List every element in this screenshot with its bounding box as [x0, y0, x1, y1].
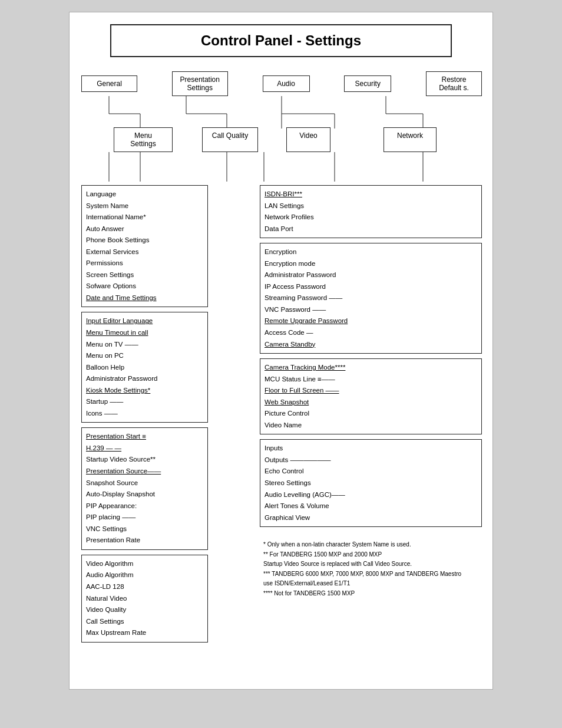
item-camera-standby: Camera Standby	[265, 339, 477, 351]
right-column: ISDN-BRI*** LAN Settings Network Profile…	[260, 185, 482, 598]
item-vnc-pass: VNC Password ——	[265, 304, 477, 316]
page-title: Control Panel - Settings	[110, 24, 452, 57]
item-web-snapshot: Web Snapshot	[265, 397, 477, 409]
item-icons: Icons ——	[86, 408, 203, 420]
item-aac-ld: AAC-LD 128	[86, 581, 203, 593]
audio-content-box: Inputs Outputs —————— Echo Control Stere…	[260, 439, 482, 527]
item-max-upstream: Max Upstream Rate	[86, 627, 203, 639]
item-camera-tracking: Camera Tracking Mode****	[265, 362, 477, 374]
item-video-quality: Video Quality	[86, 604, 203, 616]
item-intl-name: International Name*	[86, 212, 203, 223]
footnote-6: **** Not for TANDBERG 1500 MXP	[263, 589, 482, 599]
video-content-box: Camera Tracking Mode**** MCU Status Line…	[260, 358, 482, 434]
item-balloon-help: Balloon Help	[86, 362, 203, 374]
item-menu-pc: Menu on PC	[86, 350, 203, 362]
left-column: Language System Name International Name*…	[81, 185, 208, 643]
item-admin-password: Administrator Password	[265, 269, 477, 281]
item-access-code: Access Code —	[265, 327, 477, 339]
item-startup: Startup ——	[86, 396, 203, 408]
item-system-name: System Name	[86, 200, 203, 212]
presentation-content-box: Presentation Start ≡ H.239 — — Startup V…	[81, 427, 208, 549]
item-pres-rate: Presentation Rate	[86, 535, 203, 546]
item-outputs: Outputs ——————	[265, 454, 477, 466]
item-video-algo: Video Algorithm	[86, 558, 203, 570]
item-natural-video: Natural Video	[86, 593, 203, 605]
item-menu-tv: Menu on TV ——	[86, 339, 203, 351]
nav-video[interactable]: Video	[286, 127, 330, 152]
item-kiosk: Kiosk Mode Settings*	[86, 385, 203, 397]
footnote-2: ** For TANDBERG 1500 MXP and 2000 MXP	[263, 550, 482, 560]
item-screen-settings: Screen Settings	[86, 269, 203, 281]
nav-network[interactable]: Network	[384, 127, 437, 152]
item-streaming-pass: Streaming Password ——	[265, 292, 477, 304]
nav-general[interactable]: General	[81, 75, 137, 92]
connector-lines-2	[81, 152, 482, 182]
item-network-profiles: Network Profiles	[265, 212, 477, 223]
footnote-4: *** TANDBERG 6000 MXP, 7000 MXP, 8000 MX…	[263, 569, 482, 579]
item-picture-control: Picture Control	[265, 408, 477, 420]
item-data-port: Data Port	[265, 223, 477, 235]
item-encryption-mode: Encryption mode	[265, 258, 477, 270]
nav-presentation-settings[interactable]: Presentation Settings	[172, 71, 228, 96]
nav-security[interactable]: Security	[344, 75, 391, 92]
network-content-box: ISDN-BRI*** LAN Settings Network Profile…	[260, 185, 482, 238]
item-inputs: Inputs	[265, 443, 477, 454]
menu-settings-content-box: Input Editor Language Menu Timeout in ca…	[81, 312, 208, 423]
nav-menu-settings[interactable]: Menu Settings	[114, 127, 173, 152]
item-auto-answer: Auto Answer	[86, 223, 203, 235]
item-admin-pass: Administrator Password	[86, 373, 203, 385]
item-pres-source: Presentation Source——	[86, 466, 203, 477]
item-menu-timeout: Menu Timeout in call	[86, 327, 203, 339]
nav-restore-defaults[interactable]: Restore Default s.	[426, 71, 482, 96]
item-external-services: External Services	[86, 246, 203, 258]
nav-row1: General Presentation Settings Audio Secu…	[81, 71, 482, 96]
item-vnc-settings: VNC Settings	[86, 523, 203, 535]
footnote-5: use ISDN/External/Leased E1/T1	[263, 579, 482, 589]
item-stereo-settings: Stereo Settings	[265, 477, 477, 489]
item-lan: LAN Settings	[265, 200, 477, 212]
item-echo-control: Echo Control	[265, 466, 477, 477]
item-audio-levelling: Audio Levelling (AGC)——	[265, 489, 477, 501]
item-language: Language	[86, 189, 203, 200]
item-call-settings: Call Settings	[86, 616, 203, 628]
item-video-name: Video Name	[265, 420, 477, 431]
item-auto-display: Auto-Display Snapshot	[86, 489, 203, 500]
security-content-box: Encryption Encryption mode Administrator…	[260, 243, 482, 354]
item-permissions: Permissions	[86, 258, 203, 269]
nav-call-quality[interactable]: Call Quality	[202, 127, 258, 152]
item-pip-placing: PIP placing ——	[86, 512, 203, 523]
footnotes: * Only when a non-latin character System…	[260, 540, 482, 598]
item-remote-upgrade: Remote Upgrade Password	[265, 315, 477, 327]
item-snapshot-source: Snapshot Source	[86, 477, 203, 489]
item-ip-access: IP Access Password	[265, 281, 477, 293]
item-isdn: ISDN-BRI***	[265, 189, 477, 200]
item-startup-video: Startup Video Source**	[86, 454, 203, 466]
item-date-time: Date and Time Settings	[86, 292, 203, 304]
item-encryption: Encryption	[265, 246, 477, 258]
item-input-editor: Input Editor Language	[86, 315, 203, 327]
call-quality-content-box: Video Algorithm Audio Algorithm AAC-LD 1…	[81, 555, 208, 643]
item-alert-tones: Alert Tones & Volume	[265, 500, 477, 512]
general-content-box: Language System Name International Name*…	[81, 185, 208, 307]
item-audio-algo: Audio Algorithm	[86, 569, 203, 581]
item-h239: H.239 — —	[86, 443, 203, 454]
nav-audio[interactable]: Audio	[263, 75, 310, 92]
item-floor-fullscreen: Floor to Full Screen ——	[265, 385, 477, 397]
item-pres-start: Presentation Start ≡	[86, 431, 203, 443]
footnote-3: Startup Video Source is replaced with Ca…	[263, 559, 482, 569]
item-phone-book: Phone Book Settings	[86, 235, 203, 246]
footnote-1: * Only when a non-latin character System…	[263, 540, 482, 550]
item-pip-appearance: PIP Appearance:	[86, 500, 203, 512]
item-sofware-options: Sofware Options	[86, 281, 203, 292]
connector-lines	[81, 96, 482, 129]
nav-layout: General Presentation Settings Audio Secu…	[81, 71, 482, 182]
item-mcu-status: MCU Status Line ≡——	[265, 374, 477, 386]
item-graphical-view: Graphical View	[265, 512, 477, 524]
